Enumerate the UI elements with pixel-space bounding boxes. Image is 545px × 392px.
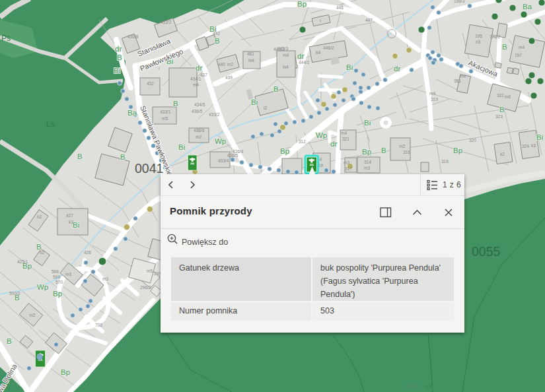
svg-text:436/6: 436/6 (194, 128, 205, 133)
svg-text:m3: m3 (102, 277, 108, 281)
svg-text:444/2: 444/2 (299, 60, 310, 65)
svg-text:446/2: 446/2 (323, 46, 334, 50)
svg-text:Bp: Bp (453, 147, 462, 154)
svg-text:443/2: 443/2 (273, 47, 285, 51)
svg-text:570: 570 (55, 280, 63, 284)
svg-text:B: B (215, 37, 220, 45)
svg-text:m4: m4 (519, 45, 525, 49)
svg-text:k3: k3 (531, 143, 536, 148)
svg-text:321: 321 (342, 137, 349, 141)
svg-text:430/8: 430/8 (127, 34, 139, 39)
svg-text:323: 323 (495, 114, 503, 119)
svg-text:B: B (120, 153, 126, 161)
svg-text:0055: 0055 (472, 244, 501, 259)
svg-text:436/5: 436/5 (227, 153, 238, 158)
svg-text:Ps: Ps (1, 34, 11, 43)
svg-text:Wp: Wp (316, 131, 327, 139)
svg-text:m6: m6 (505, 94, 511, 99)
svg-text:m3: m3 (364, 166, 370, 170)
svg-text:B: B (499, 106, 505, 114)
svg-text:703: 703 (95, 323, 102, 327)
svg-text:436/4: 436/4 (233, 149, 244, 154)
svg-text:k3: k3 (69, 220, 73, 224)
svg-text:dr: dr (115, 45, 122, 53)
svg-text:m5: m5 (147, 269, 153, 273)
svg-text:316: 316 (403, 150, 410, 154)
svg-text:Ba: Ba (127, 109, 137, 117)
svg-text:Bp: Bp (297, 0, 307, 8)
svg-text:in4: in4 (283, 65, 289, 69)
svg-text:446: 446 (336, 5, 344, 10)
svg-text:B: B (381, 147, 386, 154)
svg-text:0041: 0041 (135, 161, 163, 176)
svg-text:m4: m4 (460, 74, 466, 79)
svg-text:h2: h2 (40, 250, 45, 255)
svg-text:dr: dr (196, 64, 202, 72)
svg-text:i: i (159, 66, 159, 71)
svg-text:433/1: 433/1 (160, 110, 171, 114)
svg-text:314: 314 (364, 160, 371, 164)
svg-text:434/1: 434/1 (190, 77, 201, 81)
svg-text:B: B (173, 100, 178, 108)
svg-text:381: 381 (454, 79, 461, 83)
svg-text:442: 442 (213, 31, 220, 36)
svg-text:Ls: Ls (46, 119, 55, 129)
svg-text:k2: k2 (500, 152, 505, 156)
svg-text:440: 440 (218, 62, 225, 67)
svg-text:322: 322 (497, 93, 504, 98)
svg-text:Ba: Ba (523, 3, 532, 11)
svg-text:461: 461 (247, 51, 254, 56)
svg-text:447: 447 (365, 18, 373, 22)
svg-text:B: B (7, 337, 12, 345)
svg-text:324: 324 (522, 144, 529, 148)
svg-text:432: 432 (147, 81, 154, 86)
svg-text:Bp: Bp (53, 290, 62, 298)
svg-text:n3: n3 (476, 40, 481, 44)
svg-text:425/1: 425/1 (17, 259, 28, 264)
svg-text:m4: m4 (193, 82, 199, 87)
svg-text:m3: m3 (65, 272, 71, 277)
svg-text:312: 312 (299, 139, 306, 144)
svg-text:m4: m4 (341, 131, 347, 135)
svg-text:Bi: Bi (178, 143, 185, 151)
svg-text:b4: b4 (316, 50, 321, 55)
svg-text:433/2: 433/2 (209, 112, 220, 117)
svg-text:568: 568 (52, 269, 59, 274)
svg-text:B: B (77, 152, 83, 160)
svg-text:439: 439 (225, 75, 233, 80)
svg-text:Wp: Wp (215, 137, 226, 145)
svg-text:197: 197 (515, 53, 522, 57)
svg-text:dr: dr (394, 65, 400, 73)
svg-text:426: 426 (84, 250, 91, 255)
svg-text:412/2: 412/2 (161, 20, 172, 24)
svg-text:318: 318 (441, 159, 449, 164)
svg-text:m5: m5 (162, 116, 168, 121)
svg-text:Ls: Ls (425, 383, 432, 389)
svg-text:317: 317 (345, 166, 352, 171)
svg-text:m4: m4 (283, 53, 289, 57)
svg-text:Bi: Bi (536, 133, 543, 141)
svg-text:437: 437 (200, 73, 207, 77)
svg-text:296/2: 296/2 (140, 285, 151, 290)
svg-text:Bi: Bi (346, 63, 353, 71)
svg-text:Bp: Bp (362, 148, 371, 156)
svg-text:m2: m2 (29, 313, 35, 317)
svg-text:t: t (320, 18, 321, 23)
svg-text:dr: dr (330, 140, 337, 148)
svg-text:Bi: Bi (364, 119, 371, 127)
svg-text:m2: m2 (196, 135, 201, 139)
svg-text:320: 320 (469, 138, 476, 143)
svg-text:569: 569 (53, 275, 60, 279)
svg-text:B: B (273, 85, 279, 93)
svg-text:l2: l2 (264, 106, 267, 110)
svg-text:434/5: 434/5 (194, 102, 205, 107)
svg-text:196/2: 196/2 (490, 34, 501, 39)
svg-text:326: 326 (408, 383, 416, 388)
svg-text:Bi: Bi (251, 98, 258, 106)
svg-text:427: 427 (66, 213, 73, 218)
svg-text:m2: m2 (227, 62, 233, 67)
svg-text:436/5: 436/5 (192, 109, 203, 114)
svg-text:m2: m2 (399, 144, 405, 148)
svg-text:319: 319 (431, 97, 438, 102)
svg-text:Bp: Bp (61, 368, 70, 376)
